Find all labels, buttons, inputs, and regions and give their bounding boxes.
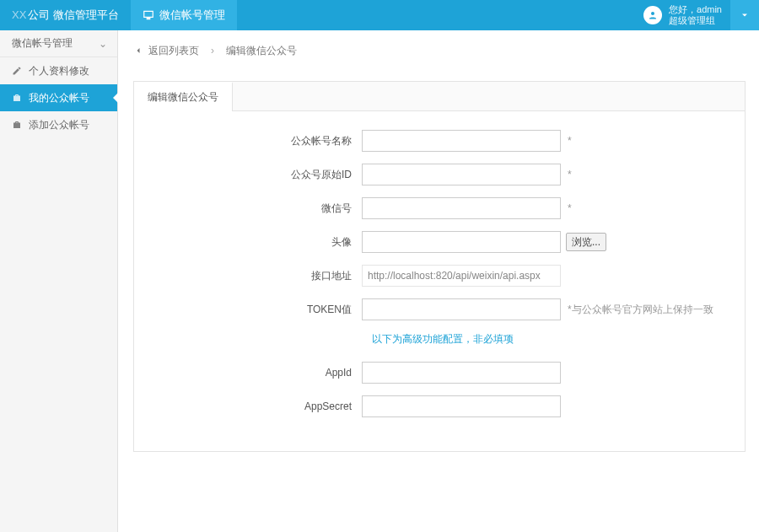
avatar [643, 6, 662, 24]
input-original-id[interactable] [362, 164, 561, 185]
label-app-secret: AppSecret [134, 400, 362, 412]
sidebar-item-my-accounts[interactable]: 我的公众帐号 [0, 84, 117, 111]
chevron-down-icon: ⌄ [99, 38, 107, 50]
sidebar-item-label: 添加公众帐号 [29, 118, 89, 132]
label-token: TOKEN值 [134, 303, 362, 317]
sidebar: 微信帐号管理 ⌄ 个人资料修改 我的公众帐号 添加公众帐号 [0, 30, 118, 532]
api-url-display: http://localhost:820/api/weixin/api.aspx [362, 265, 561, 287]
chevron-right-icon: › [211, 45, 214, 56]
label-original-id: 公众号原始ID [134, 168, 362, 182]
user-greeting: 您好，admin [669, 4, 722, 15]
edit-icon [12, 66, 22, 76]
input-token[interactable] [362, 298, 561, 320]
hint-required: * [568, 135, 572, 147]
tab-edit-account[interactable]: 编辑微信公众号 [134, 82, 233, 111]
tab-label: 编辑微信公众号 [148, 91, 218, 103]
tab-bar: 编辑微信公众号 [134, 82, 745, 111]
form-panel: 编辑微信公众号 公众帐号名称 * 公众号原始ID * 微信号 [133, 81, 746, 452]
brand-suffix: 公司 微信管理平台 [28, 8, 119, 21]
input-app-id[interactable] [362, 362, 561, 384]
input-app-secret[interactable] [362, 395, 561, 417]
chevron-down-icon [740, 10, 750, 20]
sidebar-section-title: 微信帐号管理 [12, 36, 73, 51]
sidebar-item-add-account[interactable]: 添加公众帐号 [0, 111, 117, 138]
breadcrumb: 返回列表页 › 编辑微信公众号 [133, 39, 746, 62]
brand-prefix: XX [12, 8, 26, 21]
sidebar-item-label: 我的公众帐号 [29, 91, 89, 105]
header-module-tab-label: 微信帐号管理 [159, 8, 225, 23]
user-dropdown-toggle[interactable] [730, 0, 759, 30]
label-avatar: 头像 [134, 235, 362, 250]
label-api-url: 接口地址 [134, 269, 362, 283]
brand: XX公司 微信管理平台 [0, 8, 131, 23]
back-arrow-icon [133, 46, 143, 56]
sidebar-item-profile[interactable]: 个人资料修改 [0, 57, 117, 84]
top-header: XX公司 微信管理平台 微信帐号管理 您好，admin 超级管理组 [0, 0, 759, 30]
user-text: 您好，admin 超级管理组 [669, 4, 722, 26]
breadcrumb-back[interactable]: 返回列表页 [133, 44, 199, 58]
input-wechat-id[interactable] [362, 197, 561, 219]
hint-required: * [568, 202, 572, 214]
user-icon [648, 10, 658, 20]
main-content: 返回列表页 › 编辑微信公众号 编辑微信公众号 公众帐号名称 * 公众号原始ID [118, 30, 759, 532]
breadcrumb-current: 编辑微信公众号 [226, 44, 297, 58]
input-account-name[interactable] [362, 130, 561, 152]
breadcrumb-back-label: 返回列表页 [148, 44, 199, 58]
header-module-tab[interactable]: 微信帐号管理 [131, 0, 237, 30]
label-account-name: 公众帐号名称 [134, 134, 362, 148]
account-form: 公众帐号名称 * 公众号原始ID * 微信号 * 头像 浏览.. [134, 111, 745, 451]
svg-point-0 [651, 12, 654, 15]
label-app-id: AppId [134, 367, 362, 379]
sidebar-section-header[interactable]: 微信帐号管理 ⌄ [0, 30, 117, 57]
monitor-icon [143, 9, 154, 21]
browse-button[interactable]: 浏览... [566, 233, 606, 251]
label-wechat-id: 微信号 [134, 202, 362, 216]
hint-token: *与公众帐号官方网站上保持一致 [568, 303, 713, 317]
hint-required: * [568, 169, 572, 180]
sidebar-item-label: 个人资料修改 [29, 64, 89, 78]
advanced-note: 以下为高级功能配置，非必填项 [372, 332, 745, 347]
case-icon [12, 93, 22, 103]
user-block[interactable]: 您好，admin 超级管理组 [635, 0, 730, 30]
user-group: 超级管理组 [669, 15, 722, 26]
input-avatar-path[interactable] [362, 231, 561, 253]
case-icon [12, 120, 22, 130]
